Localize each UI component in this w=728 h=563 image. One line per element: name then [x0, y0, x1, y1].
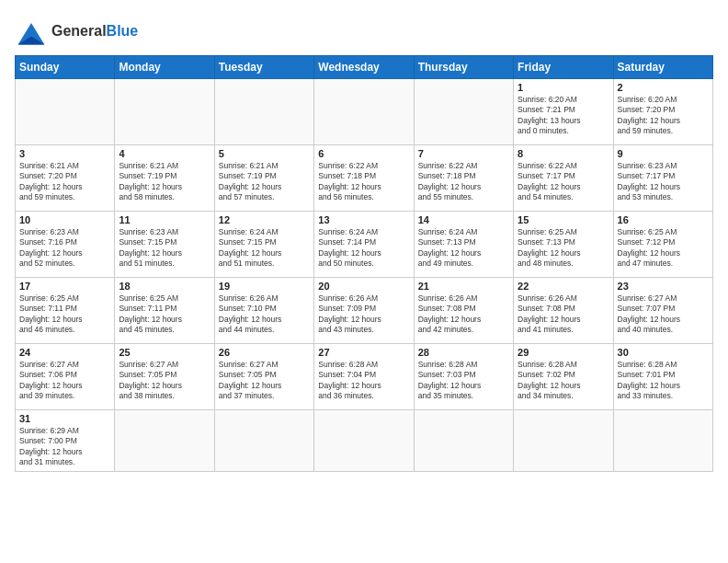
calendar-cell: 19Sunrise: 6:26 AM Sunset: 7:10 PM Dayli…: [214, 278, 313, 344]
day-info: Sunrise: 6:28 AM Sunset: 7:01 PM Dayligh…: [618, 360, 709, 402]
day-info: Sunrise: 6:20 AM Sunset: 7:20 PM Dayligh…: [618, 95, 709, 137]
logo-general: General: [51, 23, 107, 39]
week-row-6: 31Sunrise: 6:29 AM Sunset: 7:00 PM Dayli…: [16, 410, 713, 472]
day-number: 13: [318, 214, 409, 225]
day-number: 18: [119, 281, 210, 292]
day-number: 3: [19, 148, 110, 159]
day-info: Sunrise: 6:26 AM Sunset: 7:08 PM Dayligh…: [518, 293, 609, 336]
calendar-cell: 5Sunrise: 6:21 AM Sunset: 7:19 PM Daylig…: [214, 145, 313, 212]
day-info: Sunrise: 6:28 AM Sunset: 7:04 PM Dayligh…: [318, 360, 409, 402]
day-info: Sunrise: 6:24 AM Sunset: 7:13 PM Dayligh…: [418, 227, 509, 270]
calendar-cell: 16Sunrise: 6:25 AM Sunset: 7:12 PM Dayli…: [613, 212, 712, 278]
calendar-table: SundayMondayTuesdayWednesdayThursdayFrid…: [15, 55, 713, 472]
day-info: Sunrise: 6:24 AM Sunset: 7:14 PM Dayligh…: [318, 227, 409, 270]
weekday-header-friday: Friday: [514, 56, 613, 79]
day-info: Sunrise: 6:29 AM Sunset: 7:00 PM Dayligh…: [19, 426, 110, 468]
day-number: 25: [119, 347, 210, 358]
day-info: Sunrise: 6:22 AM Sunset: 7:18 PM Dayligh…: [418, 161, 509, 203]
day-number: 27: [318, 347, 409, 358]
calendar-cell: 26Sunrise: 6:27 AM Sunset: 7:05 PM Dayli…: [214, 344, 313, 410]
calendar-cell: 12Sunrise: 6:24 AM Sunset: 7:15 PM Dayli…: [214, 212, 313, 278]
day-info: Sunrise: 6:28 AM Sunset: 7:02 PM Dayligh…: [518, 360, 609, 402]
weekday-header-monday: Monday: [115, 56, 214, 79]
calendar-cell: 29Sunrise: 6:28 AM Sunset: 7:02 PM Dayli…: [514, 344, 613, 410]
calendar-cell: 15Sunrise: 6:25 AM Sunset: 7:13 PM Dayli…: [514, 212, 613, 278]
day-number: 21: [418, 281, 509, 292]
calendar-cell: 9Sunrise: 6:23 AM Sunset: 7:17 PM Daylig…: [613, 145, 712, 212]
day-info: Sunrise: 6:24 AM Sunset: 7:15 PM Dayligh…: [219, 227, 310, 270]
calendar-cell: 21Sunrise: 6:26 AM Sunset: 7:08 PM Dayli…: [414, 278, 513, 344]
weekday-header-row: SundayMondayTuesdayWednesdayThursdayFrid…: [16, 56, 713, 79]
week-row-4: 17Sunrise: 6:25 AM Sunset: 7:11 PM Dayli…: [16, 278, 713, 344]
calendar-cell: 14Sunrise: 6:24 AM Sunset: 7:13 PM Dayli…: [414, 212, 513, 278]
calendar-cell: 1Sunrise: 6:20 AM Sunset: 7:21 PM Daylig…: [514, 79, 613, 145]
day-number: 17: [19, 281, 110, 292]
calendar-cell: 8Sunrise: 6:22 AM Sunset: 7:17 PM Daylig…: [514, 145, 613, 212]
calendar-cell: [414, 410, 513, 472]
day-number: 14: [418, 214, 509, 225]
calendar-cell: 10Sunrise: 6:23 AM Sunset: 7:16 PM Dayli…: [16, 212, 115, 278]
day-info: Sunrise: 6:21 AM Sunset: 7:20 PM Dayligh…: [19, 161, 110, 203]
calendar-cell: 22Sunrise: 6:26 AM Sunset: 7:08 PM Dayli…: [514, 278, 613, 344]
day-info: Sunrise: 6:25 AM Sunset: 7:12 PM Dayligh…: [618, 227, 709, 270]
calendar-cell: 3Sunrise: 6:21 AM Sunset: 7:20 PM Daylig…: [16, 145, 115, 212]
weekday-header-sunday: Sunday: [16, 56, 115, 79]
calendar-cell: 6Sunrise: 6:22 AM Sunset: 7:18 PM Daylig…: [314, 145, 414, 212]
day-info: Sunrise: 6:20 AM Sunset: 7:21 PM Dayligh…: [518, 95, 609, 137]
day-info: Sunrise: 6:25 AM Sunset: 7:11 PM Dayligh…: [119, 293, 210, 336]
day-number: 10: [19, 214, 110, 225]
calendar-cell: [314, 410, 414, 472]
calendar-cell: [16, 79, 115, 145]
header-area: GeneralBlue: [15, 15, 713, 48]
calendar-cell: [214, 79, 313, 145]
day-number: 5: [219, 148, 310, 159]
day-number: 20: [318, 281, 409, 292]
day-info: Sunrise: 6:22 AM Sunset: 7:18 PM Dayligh…: [318, 161, 409, 203]
day-number: 26: [219, 347, 310, 358]
calendar-cell: 17Sunrise: 6:25 AM Sunset: 7:11 PM Dayli…: [16, 278, 115, 344]
day-number: 23: [618, 281, 709, 292]
day-info: Sunrise: 6:25 AM Sunset: 7:11 PM Dayligh…: [19, 293, 110, 336]
day-info: Sunrise: 6:23 AM Sunset: 7:17 PM Dayligh…: [618, 161, 709, 203]
day-info: Sunrise: 6:25 AM Sunset: 7:13 PM Dayligh…: [518, 227, 609, 270]
generalblue-icon: [15, 15, 48, 48]
day-info: Sunrise: 6:26 AM Sunset: 7:09 PM Dayligh…: [318, 293, 409, 336]
day-number: 16: [618, 214, 709, 225]
calendar-cell: [115, 410, 214, 472]
day-info: Sunrise: 6:21 AM Sunset: 7:19 PM Dayligh…: [119, 161, 210, 203]
weekday-header-tuesday: Tuesday: [214, 56, 313, 79]
day-number: 1: [518, 82, 609, 93]
day-number: 11: [119, 214, 210, 225]
calendar-cell: [514, 410, 613, 472]
calendar-cell: [314, 79, 414, 145]
weekday-header-thursday: Thursday: [414, 56, 513, 79]
calendar-cell: 28Sunrise: 6:28 AM Sunset: 7:03 PM Dayli…: [414, 344, 513, 410]
week-row-5: 24Sunrise: 6:27 AM Sunset: 7:06 PM Dayli…: [16, 344, 713, 410]
day-info: Sunrise: 6:26 AM Sunset: 7:10 PM Dayligh…: [219, 293, 310, 336]
calendar-cell: [414, 79, 513, 145]
calendar-cell: 7Sunrise: 6:22 AM Sunset: 7:18 PM Daylig…: [414, 145, 513, 212]
day-info: Sunrise: 6:23 AM Sunset: 7:15 PM Dayligh…: [119, 227, 210, 270]
day-number: 30: [618, 347, 709, 358]
day-number: 12: [219, 214, 310, 225]
day-info: Sunrise: 6:28 AM Sunset: 7:03 PM Dayligh…: [418, 360, 509, 402]
day-number: 29: [518, 347, 609, 358]
day-number: 8: [518, 148, 609, 159]
calendar-cell: 30Sunrise: 6:28 AM Sunset: 7:01 PM Dayli…: [613, 344, 712, 410]
day-number: 19: [219, 281, 310, 292]
calendar-cell: 27Sunrise: 6:28 AM Sunset: 7:04 PM Dayli…: [314, 344, 414, 410]
day-info: Sunrise: 6:22 AM Sunset: 7:17 PM Dayligh…: [518, 161, 609, 203]
calendar-cell: 4Sunrise: 6:21 AM Sunset: 7:19 PM Daylig…: [115, 145, 214, 212]
day-number: 9: [618, 148, 709, 159]
calendar-cell: [613, 410, 712, 472]
day-number: 31: [19, 413, 110, 424]
calendar-cell: 31Sunrise: 6:29 AM Sunset: 7:00 PM Dayli…: [16, 410, 115, 472]
day-number: 6: [318, 148, 409, 159]
day-number: 2: [618, 82, 709, 93]
calendar-cell: 2Sunrise: 6:20 AM Sunset: 7:20 PM Daylig…: [613, 79, 712, 145]
day-info: Sunrise: 6:23 AM Sunset: 7:16 PM Dayligh…: [19, 227, 110, 270]
day-number: 24: [19, 347, 110, 358]
weekday-header-wednesday: Wednesday: [314, 56, 414, 79]
calendar-cell: 23Sunrise: 6:27 AM Sunset: 7:07 PM Dayli…: [613, 278, 712, 344]
calendar-cell: [214, 410, 313, 472]
